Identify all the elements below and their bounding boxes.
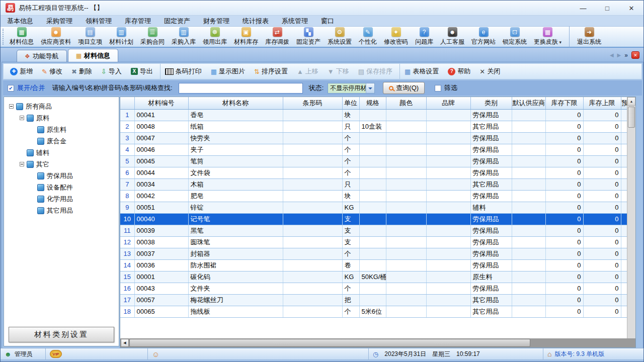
cell-spec[interactable]: [359, 236, 386, 248]
tab-function-nav[interactable]: ❖ 功能导航: [17, 50, 67, 62]
cell-spec[interactable]: [359, 225, 386, 236]
cell-material-code[interactable]: 00038: [134, 236, 188, 248]
toolbar-personalization[interactable]: ✎ 个性化: [355, 26, 380, 47]
防水围裙[interactable]: 14 00036 防水围裙 卷 劳保用品 0: [120, 259, 627, 271]
cell-color[interactable]: [386, 213, 426, 225]
cell-category[interactable]: 其它用品: [470, 294, 512, 306]
cell-category[interactable]: 劳保用品: [470, 259, 512, 271]
action-barcode-print[interactable]: 条码打印: [160, 64, 206, 79]
cell-row-number[interactable]: 17: [120, 294, 134, 306]
cell-tail[interactable]: [621, 248, 627, 259]
cell-barcode[interactable]: [283, 178, 342, 190]
cell-barcode[interactable]: [283, 294, 342, 306]
cell-spec[interactable]: [359, 213, 386, 225]
horizontal-scroll-thumb[interactable]: [129, 339, 530, 347]
cell-row-number[interactable]: 16: [120, 283, 134, 294]
cell-default-supplier[interactable]: [512, 213, 545, 225]
cell-tail[interactable]: [621, 132, 627, 144]
cell-stock-low-limit[interactable]: 0: [545, 121, 583, 132]
cell-color[interactable]: [386, 144, 426, 155]
cell-material-code[interactable]: 00036: [134, 259, 188, 271]
cell-spec[interactable]: [359, 144, 386, 155]
tree-other[interactable]: 其它: [4, 158, 119, 170]
cell-color[interactable]: [386, 121, 426, 132]
cell-category[interactable]: 劳保用品: [470, 236, 512, 248]
cell-row-number[interactable]: 5: [120, 155, 134, 167]
scroll-left-icon[interactable]: ◀: [121, 339, 129, 347]
cell-barcode[interactable]: [283, 306, 342, 317]
cell-spec[interactable]: [359, 155, 386, 167]
cell-barcode[interactable]: [283, 190, 342, 202]
cell-default-supplier[interactable]: [512, 109, 545, 121]
cell-color[interactable]: [386, 283, 426, 294]
cell-default-supplier[interactable]: [512, 236, 545, 248]
cell-stock-high-limit[interactable]: 0: [583, 144, 621, 155]
夹子[interactable]: 4 00046 夹子 个 劳保用品 0: [120, 144, 627, 155]
maximize-button[interactable]: □: [595, 1, 619, 16]
cell-brand[interactable]: [426, 306, 470, 317]
cell-default-supplier[interactable]: [512, 190, 545, 202]
action-delete[interactable]: ✖ 删除: [67, 64, 97, 79]
filter-checkbox[interactable]: [435, 85, 441, 92]
cell-material-name[interactable]: 拖线板: [188, 306, 283, 317]
封箱器[interactable]: 13 00037 封箱器 个 劳保用品 0: [120, 248, 627, 259]
tab-close-button[interactable]: ✕: [631, 51, 639, 59]
action-edit[interactable]: ✎ 修改: [37, 64, 67, 79]
cell-tail[interactable]: [621, 155, 627, 167]
cell-brand[interactable]: [426, 155, 470, 167]
cell-color[interactable]: [386, 178, 426, 190]
cell-row-number[interactable]: 10: [120, 213, 134, 225]
cell-material-code[interactable]: 00042: [134, 190, 188, 202]
cell-brand[interactable]: [426, 167, 470, 178]
cell-color[interactable]: [386, 225, 426, 236]
cell-brand[interactable]: [426, 283, 470, 294]
cell-stock-high-limit[interactable]: 0: [583, 259, 621, 271]
tree-labor-supplies[interactable]: 劳保用品: [4, 170, 119, 182]
黑笔[interactable]: 11 00039 黑笔 支 劳保用品 0: [120, 225, 627, 236]
cell-category[interactable]: 劳保用品: [470, 283, 512, 294]
cell-material-name[interactable]: 防水围裙: [188, 259, 283, 271]
column-header[interactable]: 规格: [359, 97, 386, 109]
cell-brand[interactable]: [426, 213, 470, 225]
close-button[interactable]: ✕: [619, 1, 643, 16]
cell-default-supplier[interactable]: [512, 178, 545, 190]
cell-stock-low-limit[interactable]: 0: [545, 225, 583, 236]
cell-color[interactable]: [386, 155, 426, 167]
cell-material-code[interactable]: 00001: [134, 271, 188, 283]
cell-material-name[interactable]: 圆珠笔: [188, 236, 283, 248]
cell-unit[interactable]: 个: [342, 132, 359, 144]
cell-brand[interactable]: [426, 178, 470, 190]
cell-barcode[interactable]: [283, 121, 342, 132]
锌锭[interactable]: 9 00051 锌锭 KG 辅料 0: [120, 202, 627, 213]
toolbar-system-settings[interactable]: ⚙ 系统设置: [324, 26, 355, 47]
cell-unit[interactable]: 只: [342, 121, 359, 132]
cell-tail[interactable]: [621, 225, 627, 236]
cell-category[interactable]: 劳保用品: [470, 109, 512, 121]
cell-default-supplier[interactable]: [512, 121, 545, 132]
cell-color[interactable]: [386, 294, 426, 306]
action-sort-settings[interactable]: ⇅ 排序设置: [250, 64, 292, 79]
cell-stock-high-limit[interactable]: 0: [583, 306, 621, 317]
cell-row-number[interactable]: 8: [120, 190, 134, 202]
cell-material-code[interactable]: 00051: [134, 202, 188, 213]
cell-barcode[interactable]: [283, 202, 342, 213]
cell-color[interactable]: [386, 248, 426, 259]
cell-unit[interactable]: 支: [342, 225, 359, 236]
cell-tail[interactable]: [621, 213, 627, 225]
cell-color[interactable]: [386, 271, 426, 283]
search-input[interactable]: [179, 83, 303, 94]
cell-barcode[interactable]: [283, 225, 342, 236]
cell-stock-high-limit[interactable]: 0: [583, 271, 621, 283]
cell-barcode[interactable]: [283, 213, 342, 225]
toolbar-change-skin[interactable]: ▦ 更换皮肤: [530, 26, 565, 47]
cell-category[interactable]: 劳保用品: [470, 190, 512, 202]
cell-material-code[interactable]: 00039: [134, 225, 188, 236]
cell-material-code[interactable]: 00040: [134, 213, 188, 225]
cell-spec[interactable]: 5米6位: [359, 306, 386, 317]
cell-brand[interactable]: [426, 109, 470, 121]
column-header[interactable]: 品牌: [426, 97, 470, 109]
cell-stock-low-limit[interactable]: 0: [545, 109, 583, 121]
cell-barcode[interactable]: [283, 167, 342, 178]
cell-color[interactable]: [386, 109, 426, 121]
expand-merge-label[interactable]: 展开/合并: [17, 83, 45, 93]
